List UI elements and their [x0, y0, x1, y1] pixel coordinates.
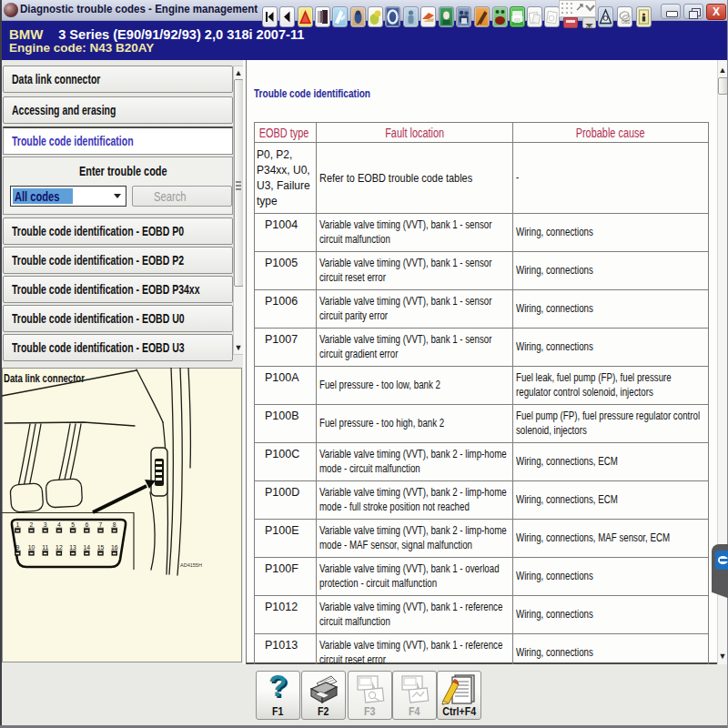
- svg-text:5: 5: [71, 521, 75, 528]
- svg-text:11: 11: [42, 544, 48, 551]
- svg-text:13: 13: [69, 544, 76, 551]
- svg-text:1: 1: [15, 521, 19, 528]
- svg-text:7: 7: [99, 521, 103, 528]
- svg-text:AD4155H: AD4155H: [180, 562, 202, 568]
- svg-text:8: 8: [113, 521, 116, 528]
- svg-text:3: 3: [44, 521, 47, 528]
- svg-text:2: 2: [30, 521, 34, 528]
- svg-text:9: 9: [15, 544, 19, 551]
- svg-text:4: 4: [57, 521, 61, 528]
- svg-text:16: 16: [111, 544, 118, 551]
- svg-text:6: 6: [85, 521, 88, 528]
- svg-text:MC: MC: [586, 26, 593, 31]
- svg-text:15: 15: [97, 544, 105, 551]
- svg-text:14: 14: [84, 544, 91, 551]
- svg-text:10: 10: [28, 544, 35, 551]
- svg-text:12: 12: [56, 544, 63, 551]
- svg-text:OBD: OBD: [622, 20, 632, 25]
